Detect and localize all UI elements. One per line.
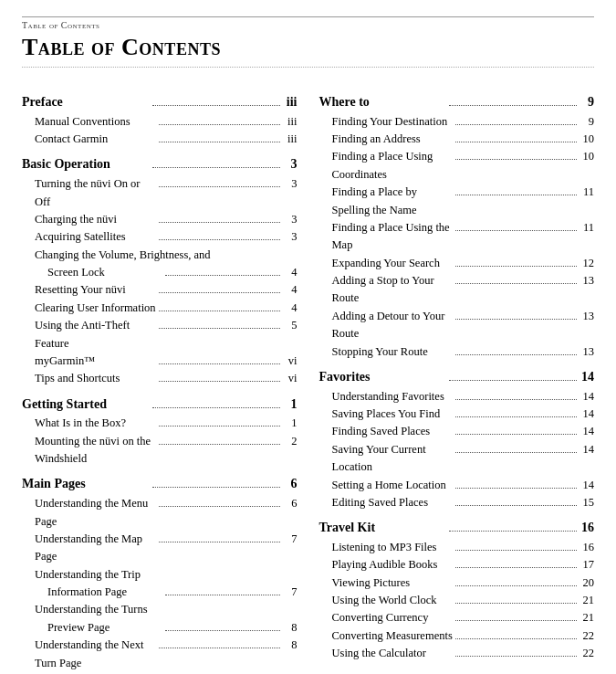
page-num: 16	[579, 539, 594, 556]
item-label: Understanding Favorites	[332, 388, 454, 405]
section-basic-operation: Basic Operation 3 Turning the nüvi On or…	[22, 148, 298, 387]
list-item: Contact Garmin iii	[22, 131, 298, 148]
list-item: Information Page 7	[22, 584, 298, 601]
dots	[455, 124, 577, 125]
item-label: Resetting Your nüvi	[35, 281, 156, 299]
dots	[165, 630, 280, 631]
item-label: Mounting the nüvi on the Windshield	[35, 433, 156, 469]
list-item: Charging the nüvi 3	[22, 211, 298, 228]
page-num: 11	[579, 184, 594, 201]
item-label: Listening to MP3 Files	[332, 539, 454, 556]
list-item: Finding a Place Using the Map 11	[319, 219, 595, 255]
dots	[455, 159, 577, 160]
list-item: Expanding Your Search 12	[319, 255, 595, 272]
page-num: 4	[283, 281, 298, 299]
list-item: Tips and Shortcuts vi	[22, 370, 298, 387]
dots	[455, 452, 577, 453]
dots	[159, 186, 280, 187]
item-label: Finding a Place by Spelling the Name	[332, 184, 454, 219]
dots	[152, 167, 280, 168]
item-label: What Is in the Box?	[35, 415, 156, 432]
dots	[455, 319, 577, 320]
dots	[449, 380, 577, 381]
item-label: Finding a Place Using the Map	[332, 219, 454, 255]
page-num: 12	[579, 255, 594, 272]
item-label: Clearing User Information	[35, 300, 156, 317]
list-item: Preview Page 8	[22, 619, 298, 637]
dots	[159, 363, 280, 364]
item-label: Using the Anti-Theft Feature	[35, 317, 156, 353]
list-item: Saving Places You Find 14	[319, 405, 595, 423]
page-num: 7	[283, 531, 298, 548]
list-item: Editing Saved Places 15	[319, 494, 595, 511]
section-heading-travel-kit: Travel Kit 16	[319, 518, 595, 538]
dots	[159, 542, 280, 542]
item-label: Understanding the Menu Page	[35, 495, 156, 531]
page-num: 3	[283, 211, 298, 228]
page-num: 1	[283, 395, 298, 415]
list-item: Viewing Pictures 20	[319, 574, 595, 592]
page-num: vi	[283, 370, 298, 387]
title-section: Table of Contents	[22, 34, 594, 75]
list-item: What Is in the Box? 1	[22, 415, 298, 432]
right-column: Where to 9 Finding Your Destination 9 Fi…	[319, 86, 595, 672]
page-num: 17	[579, 556, 594, 574]
page-num: iii	[283, 92, 298, 112]
section-preface: Preface iii Manual Conventions iii Conta…	[22, 86, 298, 148]
section-heading-main-pages: Main Pages 6	[22, 474, 298, 494]
page-num: 4	[283, 300, 298, 317]
page-num: 14	[579, 477, 594, 494]
dots	[455, 620, 577, 621]
list-item: Resetting Your nüvi 4	[22, 281, 298, 299]
section-heading-getting-started: Getting Started 1	[22, 395, 298, 415]
item-label: Finding a Place Using Coordinates	[332, 148, 454, 184]
page: Table of Contents Table of Contents Pref…	[0, 0, 616, 674]
page-num: 13	[579, 272, 594, 290]
item-label: Converting Currency	[332, 609, 454, 627]
dots	[455, 195, 577, 195]
dots	[165, 275, 280, 276]
item-label: Finding Your Destination	[332, 113, 454, 131]
dots	[159, 292, 280, 293]
page-num: 22	[579, 645, 594, 662]
item-label: Screen Lock	[47, 264, 162, 281]
page-num: 10	[579, 131, 594, 148]
item-label: Understanding the Trip	[35, 566, 283, 584]
item-label: Turning the nüvi On or Off	[35, 175, 156, 211]
page-num: 22	[579, 627, 594, 645]
list-item: Understanding Favorites 14	[319, 388, 595, 405]
dots	[455, 399, 577, 400]
item-label: Acquiring Satellites	[35, 228, 156, 246]
item-label: Saving Places You Find	[332, 405, 454, 423]
dots	[159, 124, 280, 125]
item-label: Charging the nüvi	[35, 211, 156, 228]
dots	[152, 407, 280, 408]
item-label: Information Page	[47, 584, 162, 601]
item-label: Understanding the Next Turn Page	[35, 637, 156, 672]
dots	[455, 638, 577, 639]
dots	[159, 444, 280, 445]
item-label: Manual Conventions	[35, 113, 156, 131]
item-label: Adding a Stop to Your Route	[332, 272, 454, 308]
list-item: Finding Saved Places 14	[319, 423, 595, 440]
page-num: 10	[579, 148, 594, 165]
section-label: Preface	[22, 92, 150, 112]
item-label: Using the World Clock	[332, 592, 454, 609]
item-label: Understanding the Map Page	[35, 531, 156, 566]
section-heading-basic-operation: Basic Operation 3	[22, 154, 298, 174]
list-item: Finding Your Destination 9	[319, 113, 595, 131]
list-item: Understanding the Trip	[22, 566, 298, 584]
dots	[159, 311, 280, 311]
list-item: Screen Lock 4	[22, 264, 298, 281]
list-item: Finding a Place by Spelling the Name 11	[319, 184, 595, 219]
dots	[159, 328, 280, 329]
dots	[455, 505, 577, 506]
section-label: Getting Started	[22, 395, 150, 415]
item-label: Using the Calculator	[332, 645, 454, 662]
page-num: 14	[579, 367, 594, 387]
section-getting-started: Getting Started 1 What Is in the Box? 1 …	[22, 388, 298, 469]
page-num: 16	[579, 518, 594, 538]
section-favorites: Favorites 14 Understanding Favorites 14 …	[319, 361, 595, 511]
dots	[455, 434, 577, 435]
list-item: Converting Currency 21	[319, 609, 595, 627]
